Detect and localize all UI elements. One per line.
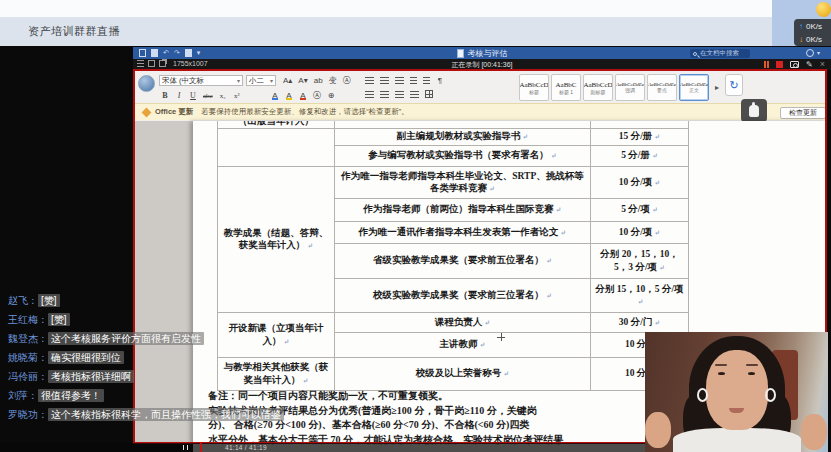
font-tool-icon[interactable]: A▴ (281, 75, 294, 86)
document-title: 考核与评估 (468, 48, 508, 59)
account-icon[interactable] (806, 49, 814, 57)
close-recorder-icon[interactable]: × (820, 60, 825, 69)
align-left-icon[interactable] (365, 91, 374, 98)
table-item-cell[interactable]: 作为唯一通讯作者指导本科生发表第一作者论文 (335, 221, 591, 243)
earring-right (765, 388, 776, 402)
table-row: 副主编规划教材或实验指导书15 分/册 (218, 128, 689, 145)
player-playhead[interactable] (200, 443, 202, 452)
table-item-cell[interactable]: 参与编写教材或实验指导书（要求有署名） (335, 145, 591, 166)
gallery-more-icon[interactable]: ▸ (715, 83, 719, 92)
color-tool-icon[interactable]: ⊕ (325, 90, 337, 101)
font-tool-icon[interactable]: 变 (327, 75, 339, 86)
document-search-input[interactable]: 在文档中搜索 (690, 49, 750, 58)
font-tool-icon[interactable]: A▾ (296, 75, 309, 86)
font-tool-icon[interactable]: ab (312, 75, 325, 86)
app-titlebar: 资产培训群群直播 (0, 17, 772, 46)
player-pause-icon[interactable] (183, 445, 188, 450)
bullet-list-icon[interactable] (365, 77, 374, 84)
chat-message: 冯伶丽：考核指标很详细啊 (8, 369, 428, 388)
table-points-cell[interactable]: 15 分/册 (591, 128, 689, 145)
account-caret-icon[interactable]: ▾ (817, 49, 820, 57)
table-item-cell[interactable]: 副主编规划教材或实验指导书 (335, 128, 591, 145)
indent-increase-icon[interactable] (423, 77, 430, 84)
indent-decrease-icon[interactable] (410, 77, 417, 84)
app-logo-icon[interactable] (138, 75, 155, 92)
chat-sender: 刘萍： (8, 390, 38, 401)
chat-text: [赞] (38, 294, 60, 307)
table-item-cell[interactable]: 作为唯一指导老师指导本科生毕业论文、SRTP、挑战杯等各类学科竞赛 (335, 166, 591, 198)
annotate-pencil-icon[interactable]: ✎ (806, 60, 813, 69)
presenter-hand-right (801, 414, 827, 450)
table-points-cell[interactable]: 10 分/项 (591, 221, 689, 243)
pilcrow-icon[interactable]: ¶ (434, 75, 446, 86)
style-option[interactable]: AaBbCcDdEe强调 (615, 74, 645, 101)
os-top-strip (0, 0, 772, 17)
style-option[interactable]: AaBbCcDdEe正文 (679, 74, 709, 101)
table-points-cell[interactable]: 分别 15，10，5 分/项 (591, 278, 689, 312)
word-titlebar: ↶ ↷ ▾ 考核与评估 在文档中搜索 ▾ (133, 47, 831, 59)
align-right-icon[interactable] (395, 91, 404, 98)
color-tool-icon[interactable]: A (269, 90, 281, 101)
table-row: 教学成果（结题、答辩、获奖当年计入）作为唯一指导老师指导本科生毕业论文、SRTP… (218, 166, 689, 198)
table-points-cell[interactable]: 30 分/门 (591, 312, 689, 332)
chat-text: 考核指标很详细啊 (48, 370, 134, 383)
chat-message: 刘萍：很值得参考！ (8, 388, 428, 407)
screenshot-camera-icon[interactable] (790, 61, 799, 68)
format-icon[interactable]: U (187, 90, 199, 101)
table-category-cell[interactable] (218, 128, 335, 166)
align-justify-icon[interactable] (410, 91, 419, 98)
chat-sender: 王红梅： (8, 314, 48, 325)
chat-sender: 魏登杰： (8, 333, 48, 344)
banner-message: 若要保持使用最新安全更新、修复和改进，请选择“检查更新”。 (201, 107, 409, 117)
chat-sender: 赵飞： (8, 295, 38, 306)
chat-sender: 冯伶丽： (8, 371, 48, 382)
ribbon-align-group (363, 90, 435, 98)
check-update-button[interactable]: 检查更新 (780, 107, 826, 119)
download-speed: ↓0K/s (799, 33, 831, 46)
update-sync-icon[interactable]: ↻ (725, 74, 743, 96)
format-icon[interactable]: x₂ (217, 90, 229, 101)
number-list-icon[interactable] (380, 77, 389, 84)
text-cursor-icon (497, 333, 505, 341)
format-icon[interactable]: I (173, 90, 185, 101)
format-icon[interactable]: B (159, 90, 171, 101)
recorder-controls: ✎ × (764, 60, 825, 69)
table-borders-icon[interactable] (425, 90, 433, 98)
table-points-cell[interactable]: 分别 20，15，10，5，3 分/项 (591, 243, 689, 278)
color-tool-icon[interactable]: A (283, 90, 295, 101)
app-title: 资产培训群群直播 (28, 24, 120, 39)
table-item-cell[interactable]: 作为指导老师（前两位）指导本科生国际竞赛 (335, 198, 591, 221)
screen: 资产培训群群直播 ↑0K/s ↓0K/s ↶ ↷ ▾ 考核与评估 在文档中搜索 … (0, 0, 831, 452)
styles-gallery: AaBbCcD标题AaBbC标题 1AaBbCcD副标题AaBbCcDdEe强调… (519, 74, 709, 101)
table-points-cell[interactable]: 5 分/项 (591, 198, 689, 221)
ribbon-list-group: ¶ (363, 75, 446, 86)
stop-recording-icon[interactable] (776, 61, 783, 68)
format-icon[interactable]: abc (201, 90, 215, 101)
pause-recording-icon[interactable] (764, 61, 769, 68)
table-points-cell[interactable]: 10 分/项 (591, 166, 689, 198)
font-size-select[interactable]: 小二▾ (246, 75, 276, 86)
align-center-icon[interactable] (380, 91, 389, 98)
multilevel-list-icon[interactable] (395, 77, 404, 84)
format-icon[interactable]: x² (231, 90, 243, 101)
chat-sender: 罗晓功： (8, 409, 48, 420)
upload-speed: ↑0K/s (799, 20, 831, 33)
style-option[interactable]: AaBbCcD标题 (519, 74, 549, 101)
style-option[interactable]: AaBbC标题 1 (551, 74, 581, 101)
presenter-face (706, 350, 768, 430)
style-option[interactable]: AaBbCcD副标题 (583, 74, 613, 101)
ribbon-misc-group: A▴A▾ab变Ⓐ (281, 75, 353, 86)
table-points-cell[interactable]: 5 分/册 (591, 145, 689, 166)
table-item-cell[interactable]: 省级实验教学成果奖（要求前五位署名） (335, 243, 591, 278)
chat-message: 姚晓菊：确实很细很到位 (8, 350, 428, 369)
font-tool-icon[interactable]: Ⓐ (341, 75, 353, 86)
presenter-shirt (673, 428, 801, 452)
color-tool-icon[interactable]: A (297, 90, 309, 101)
table-category-cell[interactable]: 教学成果（结题、答辩、获奖当年计入） (218, 166, 335, 312)
presenter-hand-left (645, 412, 671, 448)
player-time: 41:14 / 41:19 (225, 444, 267, 451)
chat-text: [赞] (48, 313, 70, 326)
font-name-select[interactable]: 宋体 (中文标▾ (159, 75, 243, 86)
color-tool-icon[interactable]: Ⓐ (311, 90, 323, 101)
style-option[interactable]: AaBbCcDdEe要点 (647, 74, 677, 101)
